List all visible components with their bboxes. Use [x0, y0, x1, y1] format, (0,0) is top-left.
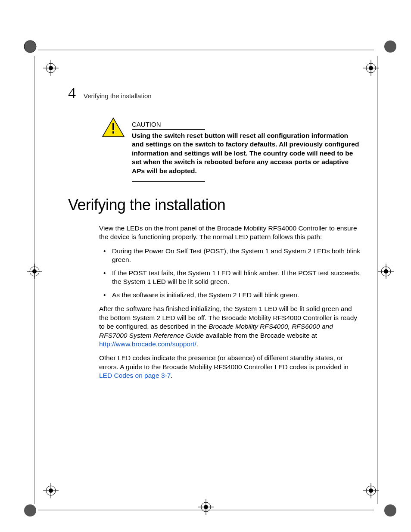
svg-point-26 [24, 504, 36, 516]
text: . [196, 340, 198, 348]
svg-point-28 [204, 505, 208, 509]
list-item: During the Power On Self Test (POST), th… [109, 247, 361, 264]
bullet-list: During the Power On Self Test (POST), th… [99, 247, 361, 299]
svg-rect-1 [112, 123, 114, 130]
list-item: If the POST test fails, the System 1 LED… [109, 269, 361, 286]
svg-point-9 [384, 40, 396, 53]
svg-point-35 [384, 504, 396, 516]
svg-point-10 [366, 63, 376, 73]
caution-label: CAUTION [132, 121, 205, 130]
registration-mark-icon [43, 60, 59, 76]
caution-block: CAUTION Using the switch reset button wi… [102, 117, 361, 182]
page: 4 Verifying the installation CAUTION Usi… [0, 0, 411, 532]
crossref-link[interactable]: LED Codes on page 3-7 [99, 372, 171, 379]
warning-icon [102, 117, 125, 138]
text: . [171, 372, 172, 379]
svg-point-27 [201, 502, 211, 512]
support-link[interactable]: http://www.brocade.com/support/ [99, 340, 196, 348]
caution-text: Using the switch reset button will reset… [132, 131, 361, 175]
registration-mark-icon [22, 503, 38, 518]
svg-point-15 [32, 269, 37, 274]
running-head: 4 Verifying the installation [68, 84, 152, 102]
text: Other LED codes indicate the presence (o… [99, 354, 349, 370]
svg-point-18 [381, 267, 391, 276]
svg-point-14 [30, 267, 39, 276]
svg-point-22 [46, 486, 56, 495]
registration-mark-icon [363, 60, 379, 76]
registration-mark-icon [27, 264, 42, 279]
svg-point-4 [24, 40, 36, 53]
caution-rule [132, 181, 205, 182]
registration-mark-icon [363, 483, 379, 498]
text: available from the Brocade website at [204, 332, 317, 339]
caution-body: CAUTION Using the switch reset button wi… [132, 117, 361, 182]
svg-rect-2 [112, 131, 114, 134]
list-item: As the software is initialized, the Syst… [109, 291, 361, 299]
body-text: View the LEDs on the front panel of the … [99, 224, 361, 386]
svg-point-6 [49, 66, 53, 70]
registration-mark-icon [383, 39, 398, 54]
registration-mark-icon [43, 483, 59, 498]
registration-mark-icon [383, 503, 398, 518]
registration-mark-icon [378, 264, 394, 279]
svg-point-31 [366, 486, 376, 495]
after-paragraph: After the software has finished initiali… [99, 305, 361, 348]
svg-point-32 [369, 488, 373, 493]
svg-point-23 [49, 488, 53, 493]
svg-point-3 [24, 40, 36, 53]
svg-point-5 [46, 63, 56, 73]
chapter-number: 4 [68, 84, 76, 102]
running-head-text: Verifying the installation [84, 92, 152, 100]
registration-mark-icon [198, 499, 214, 515]
svg-point-19 [384, 269, 388, 274]
svg-point-11 [369, 66, 373, 70]
intro-paragraph: View the LEDs on the front panel of the … [99, 224, 361, 242]
section-heading: Verifying the installation [68, 196, 225, 214]
registration-mark-icon [22, 39, 38, 54]
other-paragraph: Other LED codes indicate the presence (o… [99, 354, 361, 380]
